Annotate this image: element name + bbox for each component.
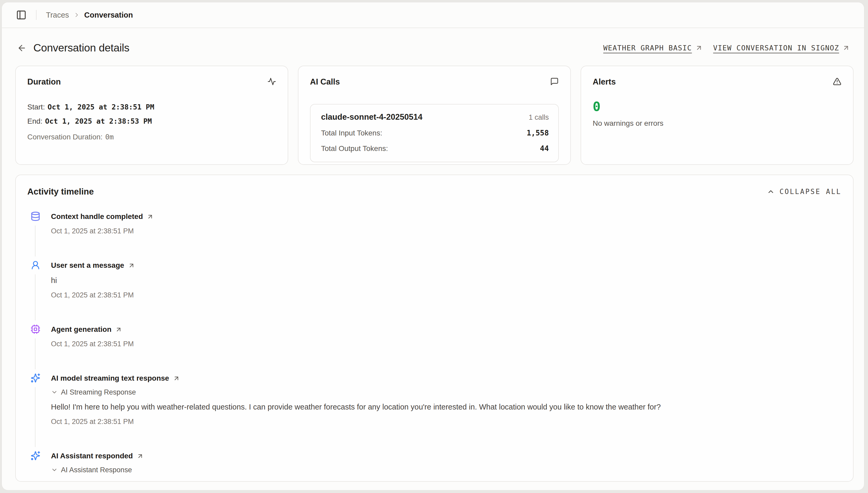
timeline-list: Context handle completed Oct 1, 2025 at … [27,211,842,475]
timeline-connector [35,387,36,447]
timeline-item: AI Assistant responded AI Assistant Resp… [30,451,842,475]
item-title-link[interactable]: Agent generation [51,324,122,335]
input-tokens-label: Total Input Tokens: [321,129,382,137]
arrow-up-right-icon [147,213,154,220]
topbar-divider [36,10,37,20]
arrow-up-right-icon [128,262,135,269]
input-tokens-value: 1,558 [527,129,549,137]
user-round-icon [30,260,40,270]
workflow-link-label: WEATHER GRAPH BASIC [603,44,692,52]
activity-timeline-card: Activity timeline COLLAPSE ALL [15,175,853,482]
sparkles-icon [30,451,40,461]
model-calls-count: 1 calls [529,113,549,122]
header-links: WEATHER GRAPH BASIC VIEW CONVERSATION IN… [603,44,850,52]
chevron-up-icon [767,188,775,196]
summary-cards: Duration Start:Oct 1, 2025 at 2:38:51 PM… [2,66,864,165]
chevron-down-icon [51,467,58,473]
collapse-all-button[interactable]: COLLAPSE ALL [767,188,842,196]
topbar: Traces Conversation [2,2,864,28]
item-body: hi [51,275,842,286]
input-tokens-row: Total Input Tokens: 1,558 [321,129,549,137]
conversation-duration-value: 0m [105,133,114,141]
ai-calls-card: AI Calls claude-sonnet-4-20250514 1 call… [298,66,571,165]
output-tokens-label: Total Output Tokens: [321,144,388,153]
item-title: User sent a message [51,260,124,271]
timeline-connector [35,338,36,369]
item-title: AI model streaming text response [51,373,169,384]
section-toggle[interactable]: AI Assistant Response [51,465,132,475]
alerts-message: No warnings or errors [593,119,842,128]
breadcrumb-traces[interactable]: Traces [46,11,69,19]
item-title: Agent generation [51,324,111,335]
timeline-title: Activity timeline [27,187,94,197]
arrow-up-right-icon [115,326,122,333]
database-icon [30,211,40,221]
item-timestamp: Oct 1, 2025 at 2:38:51 PM [51,290,842,300]
duration-end-row: End:Oct 1, 2025 at 2:38:53 PM [27,116,276,127]
conversation-duration-label: Conversation Duration: [27,133,102,141]
chevron-down-icon [51,389,58,395]
timeline-item: User sent a message hi Oct 1, 2025 at 2:… [30,260,842,324]
item-title-link[interactable]: AI Assistant responded [51,451,144,461]
section-label: AI Streaming Response [61,387,136,397]
duration-end-label: End: [27,117,43,125]
arrow-up-right-icon [173,375,180,382]
timeline-connector [35,274,36,321]
alerts-count: 0 [593,99,842,114]
item-title-link[interactable]: Context handle completed [51,211,154,222]
cpu-icon [30,324,40,334]
page-header: Conversation details WEATHER GRAPH BASIC… [2,28,864,66]
section-label: AI Assistant Response [61,465,132,475]
arrow-up-right-icon [695,44,703,52]
timeline-item: Agent generation Oct 1, 2025 at 2:38:51 … [30,324,842,373]
duration-card: Duration Start:Oct 1, 2025 at 2:38:51 PM… [15,66,288,165]
triangle-alert-icon [833,77,842,86]
arrow-up-right-icon [137,453,144,460]
model-usage-card: claude-sonnet-4-20250514 1 calls Total I… [310,104,559,162]
breadcrumb: Traces Conversation [46,11,133,19]
duration-card-title: Duration [27,77,61,87]
app-window: Traces Conversation Conversation details… [2,2,864,490]
item-title-link[interactable]: AI model streaming text response [51,373,180,384]
signoz-link-label: VIEW CONVERSATION IN SIGNOZ [713,44,839,52]
item-title: AI Assistant responded [51,451,133,461]
ai-calls-card-title: AI Calls [310,77,340,87]
section-toggle[interactable]: AI Streaming Response [51,387,136,397]
item-body: Hello! I'm here to help you with weather… [51,401,842,412]
item-title: Context handle completed [51,211,143,222]
item-timestamp: Oct 1, 2025 at 2:38:51 PM [51,226,842,236]
arrow-left-icon [17,43,26,53]
page-title: Conversation details [33,42,129,54]
model-name: claude-sonnet-4-20250514 [321,112,422,122]
timeline-item: AI model streaming text response AI Stre… [30,373,842,451]
item-title-link[interactable]: User sent a message [51,260,135,271]
sparkles-icon [30,373,40,383]
message-square-icon [550,77,559,86]
chevron-right-icon [73,12,80,18]
view-in-signoz-link[interactable]: VIEW CONVERSATION IN SIGNOZ [713,44,850,52]
output-tokens-row: Total Output Tokens: 44 [321,144,549,153]
collapse-all-label: COLLAPSE ALL [780,188,842,196]
duration-start-value: Oct 1, 2025 at 2:38:51 PM [47,103,154,111]
timeline-item: Context handle completed Oct 1, 2025 at … [30,211,842,260]
item-timestamp: Oct 1, 2025 at 2:38:51 PM [51,416,842,427]
timeline-connector [35,226,36,256]
sidebar-toggle-button[interactable] [16,10,26,20]
duration-start-row: Start:Oct 1, 2025 at 2:38:51 PM [27,102,276,112]
workflow-link[interactable]: WEATHER GRAPH BASIC [603,44,702,52]
activity-icon [267,77,276,86]
alerts-card: Alerts 0 No warnings or errors [581,66,853,165]
back-button[interactable] [17,43,26,53]
breadcrumb-current: Conversation [84,11,133,19]
alerts-card-title: Alerts [593,77,616,87]
conversation-duration-row: Conversation Duration:0m [27,132,276,142]
output-tokens-value: 44 [540,144,549,153]
duration-end-value: Oct 1, 2025 at 2:38:53 PM [45,117,152,125]
duration-start-label: Start: [27,103,45,111]
arrow-up-right-icon [842,44,850,52]
item-timestamp: Oct 1, 2025 at 2:38:51 PM [51,339,842,349]
panel-left-icon [16,10,26,20]
